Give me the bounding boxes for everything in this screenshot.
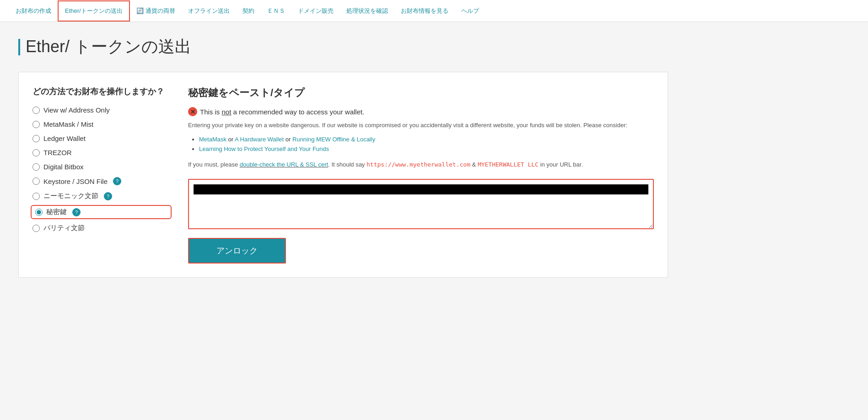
swap-icon: 🔄: [136, 7, 144, 14]
mew-offline-link[interactable]: Running MEW Offline & Locally: [292, 136, 375, 143]
radio-mnemonic[interactable]: [32, 193, 40, 200]
warning-list-item-1: MetaMask or A Hardware Wallet or Running…: [199, 136, 654, 143]
nav-wallet-info[interactable]: お財布情報を見る: [394, 1, 455, 21]
radio-keystore[interactable]: [32, 178, 40, 185]
right-heading: 秘密鍵をペースト/タイプ: [188, 86, 654, 100]
hardware-wallet-link[interactable]: A Hardware Wallet: [235, 136, 284, 143]
radio-ledger[interactable]: [32, 135, 40, 142]
radio-view-address[interactable]: [32, 107, 40, 114]
page-title: Ether/ トークンの送出: [26, 36, 191, 58]
nav-offline-send[interactable]: オフライン送出: [182, 1, 236, 21]
radio-private-key[interactable]: [35, 209, 43, 216]
page-title-row: Ether/ トークンの送出: [18, 36, 668, 58]
warning-icon: ✕: [188, 107, 197, 116]
right-panel: 秘密鍵をペースト/タイプ ✕ This is not a recommended…: [188, 86, 654, 264]
radio-digital-bitbox[interactable]: [32, 163, 40, 171]
option-metamask-label: MetaMask / Mist: [43, 120, 93, 128]
option-digital-bitbox-label: Digital Bitbox: [43, 163, 84, 171]
ssl-cert-link[interactable]: double-check the URL & SSL cert: [240, 161, 328, 168]
warning-list: MetaMask or A Hardware Wallet or Running…: [188, 136, 654, 152]
option-mnemonic-label: ニーモニック文節: [43, 192, 98, 200]
left-panel: どの方法でお財布を操作しますか？ View w/ Address Only Me…: [32, 86, 170, 264]
warning-list-item-2: Learning How to Protect Yourself and You…: [199, 145, 654, 152]
title-bar: [18, 39, 20, 55]
option-ledger-label: Ledger Wallet: [43, 135, 86, 142]
nav-send-ether[interactable]: Ether/トークンの送出: [58, 0, 130, 22]
nav-ens[interactable]: ＥＮＳ: [261, 1, 291, 21]
nav-help[interactable]: ヘルプ: [455, 1, 485, 21]
url-warning: If you must, please double-check the URL…: [188, 160, 654, 170]
radio-metamask[interactable]: [32, 121, 40, 128]
option-parity[interactable]: パリティ文節: [32, 224, 170, 232]
left-heading: どの方法でお財布を操作しますか？: [32, 86, 170, 97]
option-trezor-label: TREZOR: [43, 149, 72, 156]
option-ledger[interactable]: Ledger Wallet: [32, 135, 170, 142]
mew-org: MYETHERWALLET LLC: [478, 161, 539, 168]
option-trezor[interactable]: TREZOR: [32, 149, 170, 156]
option-mnemonic[interactable]: ニーモニック文節 ?: [32, 192, 170, 200]
mew-url: https://www.myetherwallet.com: [367, 161, 470, 168]
option-view-address-label: View w/ Address Only: [43, 106, 110, 114]
nav-create-wallet[interactable]: お財布の作成: [9, 1, 58, 21]
wallet-method-group: View w/ Address Only MetaMask / Mist Led…: [32, 106, 170, 232]
private-key-input[interactable]: [188, 179, 654, 229]
warning-box: ✕ This is not a recommended way to acces…: [188, 107, 654, 170]
option-view-address[interactable]: View w/ Address Only: [32, 106, 170, 114]
option-keystore-label: Keystore / JSON File: [43, 178, 108, 185]
radio-trezor[interactable]: [32, 149, 40, 156]
warning-title-text: This is not a recommended way to access …: [200, 108, 364, 116]
learning-link[interactable]: Learning How to Protect Yourself and You…: [199, 145, 329, 152]
option-parity-label: パリティ文節: [43, 224, 85, 232]
nav-domain-sale[interactable]: ドメイン販売: [291, 1, 340, 21]
page-container: Ether/ トークンの送出 どの方法でお財布を操作しますか？ View w/ …: [0, 22, 686, 291]
main-content: どの方法でお財布を操作しますか？ View w/ Address Only Me…: [18, 72, 668, 278]
private-key-help-icon[interactable]: ?: [72, 208, 81, 216]
radio-parity[interactable]: [32, 225, 40, 232]
private-key-wrapper: [188, 179, 654, 231]
main-nav: お財布の作成 Ether/トークンの送出 🔄 通貨の両替 オフライン送出 契約 …: [0, 0, 868, 22]
nav-contract[interactable]: 契約: [236, 1, 261, 21]
warning-title-row: ✕ This is not a recommended way to acces…: [188, 107, 654, 116]
mnemonic-help-icon[interactable]: ?: [104, 192, 112, 200]
option-digital-bitbox[interactable]: Digital Bitbox: [32, 163, 170, 171]
metamask-link[interactable]: MetaMask: [199, 136, 226, 143]
keystore-help-icon[interactable]: ?: [113, 177, 121, 185]
warning-desc: Entering your private key on a website d…: [188, 121, 654, 130]
option-metamask[interactable]: MetaMask / Mist: [32, 120, 170, 128]
unlock-button[interactable]: アンロック: [188, 238, 286, 264]
option-keystore[interactable]: Keystore / JSON File ?: [32, 177, 170, 185]
option-private-key-label: 秘密鍵: [46, 208, 67, 216]
nav-swap[interactable]: 🔄 通貨の両替: [130, 1, 182, 21]
nav-check-status[interactable]: 処理状況を確認: [340, 1, 394, 21]
option-private-key[interactable]: 秘密鍵 ?: [32, 207, 170, 217]
